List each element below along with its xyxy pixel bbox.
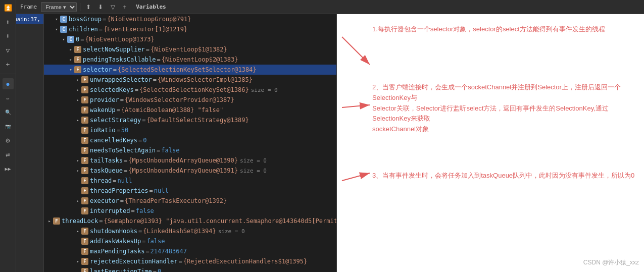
expander-rejected[interactable] — [74, 258, 81, 265]
sidebar-icon-2[interactable]: ⬆ — [3, 16, 14, 27]
expander-ioRatio — [74, 127, 81, 134]
var-name: children — [69, 26, 98, 33]
var-icon-field: F — [81, 137, 88, 144]
sidebar-icon-6[interactable]: 🔍 — [3, 106, 14, 118]
var-eq: = — [113, 177, 116, 184]
table-row[interactable]: C children = {EventExecutor[1]@1219} — [44, 24, 336, 34]
sidebar-icon-3[interactable]: ⬇ — [3, 30, 14, 41]
var-eq: = — [138, 228, 142, 235]
sidebar-icon-debug[interactable]: ● — [3, 78, 14, 89]
var-icon-field: F — [81, 238, 88, 245]
sidebar-icon-run[interactable]: ▶▶ — [3, 163, 14, 174]
expander-threadLock[interactable] — [46, 217, 53, 225]
table-row[interactable]: F needsToSelectAgain = false — [44, 145, 336, 155]
table-row[interactable]: F cancelledKeys = 0 — [44, 135, 336, 145]
expander-pending[interactable] — [67, 56, 74, 63]
var-name: cancelledKeys — [90, 137, 137, 144]
var-val: {MpscUnboundedArrayQueue@1390} — [128, 157, 238, 164]
table-row[interactable]: F selectNowSupplier = {NioEventLoop$1@13… — [44, 44, 336, 55]
var-val: null — [154, 187, 169, 194]
expander-0[interactable] — [60, 36, 67, 43]
expander-executor[interactable] — [74, 197, 81, 204]
var-icon-field: F — [81, 157, 88, 164]
expander-provider[interactable] — [74, 96, 81, 103]
var-val: 0 — [143, 137, 146, 144]
table-row[interactable]: F addTaskWakesUp = false — [44, 236, 336, 246]
var-eq: = — [117, 127, 120, 134]
table-row[interactable]: F unwrappedSelector = {WindowsSelectorIm… — [44, 75, 336, 85]
sidebar-icon-8[interactable]: ⚙ — [3, 135, 14, 146]
var-name: maxPendingTasks — [90, 248, 144, 255]
expander-shutdownHooks[interactable] — [74, 228, 81, 235]
table-row[interactable]: F selectedKeys = {SelectedSelectionKeySe… — [44, 85, 336, 95]
expander-children[interactable] — [53, 26, 60, 33]
variables-panel[interactable]: C bossGroup = {NioEventLoopGroup@791} C … — [44, 14, 337, 272]
table-row[interactable]: F pendingTasksCallable = {NioEventLoop$2… — [44, 55, 336, 65]
sidebar-icon-5[interactable]: ✏ — [3, 92, 14, 103]
expander-taskQueue[interactable] — [74, 167, 81, 174]
expander-selectNow[interactable] — [67, 46, 74, 53]
expander-selector[interactable] — [67, 66, 74, 73]
table-row[interactable]: F provider = {WindowsSelectorProvider@13… — [44, 95, 336, 105]
table-row[interactable]: F maxPendingTasks = 2147483647 — [44, 246, 336, 256]
expander-tailTasks[interactable] — [74, 157, 81, 164]
expander-wakenup — [74, 106, 81, 114]
table-row[interactable]: F threadLock = {Semaphore@1393} "java.ut… — [44, 216, 336, 226]
frame-select[interactable]: Frame ▾ — [41, 2, 77, 12]
expander-selectStrategy[interactable] — [74, 117, 81, 124]
var-icon-field: F — [81, 258, 88, 265]
annotation-area: 1.每执行器包含一个selector对象，selector的select方法能得… — [337, 14, 644, 272]
table-row[interactable]: F shutdownHooks = {LinkedHashSet@1394} s… — [44, 226, 336, 236]
var-eq: = — [142, 117, 145, 124]
expander-cancelledKeys — [74, 137, 81, 144]
expander-interrupted — [74, 207, 81, 214]
table-row[interactable]: F thread = null — [44, 176, 336, 186]
table-row[interactable]: F lastExecutionTime = 0 — [44, 266, 336, 272]
table-row[interactable]: F wakenUp = {AtomicBoolean@1388} "false" — [44, 105, 336, 115]
var-name: selectNowSupplier — [83, 46, 145, 53]
var-eq: = — [157, 147, 160, 154]
table-row[interactable]: F rejectedExecutionHandler = {RejectedEx… — [44, 256, 336, 266]
toolbar-btn-filter[interactable]: ▽ — [108, 2, 118, 12]
sidebar-icon-filter[interactable]: ▽ — [3, 44, 14, 56]
var-size: size = 0 — [240, 168, 267, 174]
expander-unwrapped[interactable] — [74, 76, 81, 83]
var-name: executor — [90, 197, 119, 204]
var-val: {MpscUnboundedArrayQueue@1391} — [128, 167, 238, 174]
sidebar-icon-1[interactable]: ⏫ — [3, 2, 14, 13]
table-row-selector[interactable]: F selector = {SelectedSelectionKeySetSel… — [44, 65, 336, 75]
table-row[interactable]: F selectStrategy = {DefaultSelectStrateg… — [44, 115, 336, 125]
expander-selectedKeys[interactable] — [74, 86, 81, 93]
var-name: unwrappedSelector — [90, 76, 152, 83]
table-row[interactable]: F interrupted = false — [44, 206, 336, 216]
svg-line-2 — [342, 105, 370, 107]
var-name: provider — [90, 96, 119, 103]
table-row[interactable]: F executor = {ThreadPerTaskExecutor@1392… — [44, 196, 336, 206]
var-name: lastExecutionTime — [90, 268, 152, 272]
table-row[interactable]: F ioRatio = 50 — [44, 125, 336, 135]
var-val: {NioEventLoopGroup@791} — [107, 16, 191, 23]
var-name: ioRatio — [90, 127, 116, 134]
table-row[interactable]: F tailTasks = {MpscUnboundedArrayQueue@1… — [44, 155, 336, 166]
expander-boss[interactable] — [53, 16, 60, 23]
table-row[interactable]: F taskQueue = {MpscUnboundedArrayQueue@1… — [44, 166, 336, 176]
toolbar-btn-add[interactable]: + — [120, 2, 130, 12]
toolbar-btn-1[interactable]: ⬆ — [83, 2, 93, 12]
var-icon-class: C — [67, 36, 74, 43]
arrows-svg — [337, 14, 644, 272]
content-area: main:37, C bossGroup = {NioEventLoopGrou… — [16, 14, 644, 272]
table-row[interactable]: C bossGroup = {NioEventLoopGroup@791} — [44, 14, 336, 24]
var-eq: = — [124, 157, 127, 164]
table-row[interactable]: F threadProperties = null — [44, 186, 336, 196]
table-row[interactable]: C 0 = {NioEventLoop@1373} — [44, 34, 336, 44]
var-icon-field: F — [81, 187, 88, 194]
var-val: null — [118, 177, 132, 184]
var-val: {DefaultSelectStrategy@1389} — [146, 117, 249, 124]
sidebar-icon-9[interactable]: ⇄ — [3, 149, 14, 160]
var-val: {EventExecutor[1]@1219} — [104, 26, 187, 33]
sidebar-icon-add[interactable]: + — [3, 59, 14, 70]
sidebar-icon-7[interactable]: 📷 — [3, 121, 14, 132]
toolbar-btn-2[interactable]: ⬇ — [95, 2, 106, 12]
annotation-panel: 1.每执行器包含一个selector对象，selector的select方法能得… — [337, 14, 644, 272]
expander-threadProps — [74, 187, 81, 194]
